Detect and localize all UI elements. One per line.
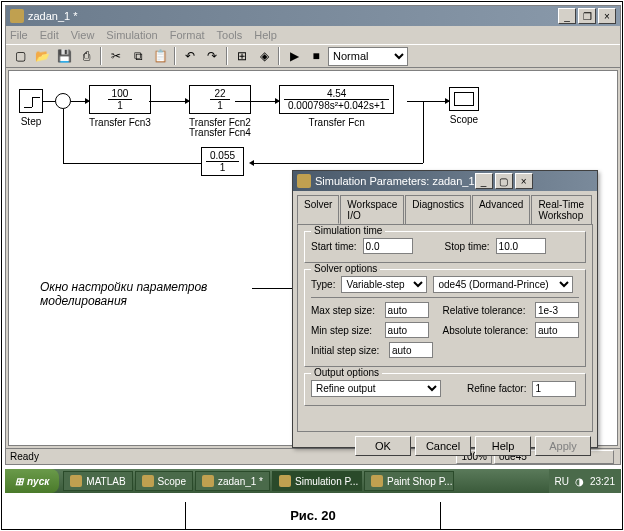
menu-view[interactable]: View	[71, 29, 95, 41]
max-step-label: Max step size:	[311, 305, 379, 316]
stop-icon[interactable]: ■	[306, 46, 326, 66]
task-matlab[interactable]: MATLAB	[63, 471, 132, 491]
menu-tools[interactable]: Tools	[217, 29, 243, 41]
signal-line	[149, 101, 189, 102]
open-icon[interactable]: 📂	[32, 46, 52, 66]
scope-block[interactable]: Scope	[449, 87, 479, 125]
clock[interactable]: 23:21	[590, 476, 615, 487]
status-ready: Ready	[10, 451, 39, 462]
cancel-button[interactable]: Cancel	[415, 436, 471, 456]
arrow-icon	[249, 160, 254, 166]
menu-format[interactable]: Format	[170, 29, 205, 41]
output-select[interactable]: Refine output	[311, 380, 441, 397]
redo-icon[interactable]: ↷	[202, 46, 222, 66]
dialog-minimize-button[interactable]: _	[475, 173, 493, 189]
sum-block[interactable]	[55, 93, 71, 109]
refine-field[interactable]	[532, 381, 576, 397]
ok-button[interactable]: OK	[355, 436, 411, 456]
transfer-fcn-block[interactable]: 4.540.000798s²+0.042s+1 Transfer Fcn	[279, 85, 394, 128]
init-step-label: Initial step size:	[311, 345, 383, 356]
start-time-field[interactable]	[363, 238, 413, 254]
annotation-text: Окно настройки параметров моделирования	[40, 280, 250, 308]
solver-panel: Simulation time Start time: Stop time: S…	[297, 224, 593, 432]
print-icon[interactable]: ⎙	[76, 46, 96, 66]
transfer-fcn3-block[interactable]: 1001 Transfer Fcn3	[89, 85, 151, 128]
dialog-title: Simulation Parameters: zadan_1	[315, 175, 475, 187]
save-icon[interactable]: 💾	[54, 46, 74, 66]
transfer-fcn2-block[interactable]: 221 Transfer Fcn2 Transfer Fcn4	[189, 85, 251, 138]
simulation-parameters-dialog: Simulation Parameters: zadan_1 _ ▢ × Sol…	[292, 170, 598, 448]
lang-indicator[interactable]: RU	[555, 476, 569, 487]
reltol-field[interactable]	[535, 302, 579, 318]
dialog-titlebar[interactable]: Simulation Parameters: zadan_1 _ ▢ ×	[293, 171, 597, 191]
system-tray[interactable]: RU ◑ 23:21	[549, 469, 621, 493]
menubar: File Edit View Simulation Format Tools H…	[6, 26, 620, 44]
menu-edit[interactable]: Edit	[40, 29, 59, 41]
output-options-group: Output options Refine output Refine fact…	[304, 373, 586, 406]
run-icon[interactable]: ▶	[284, 46, 304, 66]
signal-line	[43, 101, 55, 102]
tab-advanced[interactable]: Advanced	[472, 195, 530, 224]
undo-icon[interactable]: ↶	[180, 46, 200, 66]
min-step-field[interactable]	[385, 322, 429, 338]
start-button[interactable]: ⊞ пуск	[5, 469, 59, 493]
dialog-tabs: Solver Workspace I/O Diagnostics Advance…	[297, 195, 593, 224]
apply-button[interactable]: Apply	[535, 436, 591, 456]
tab-diagnostics[interactable]: Diagnostics	[405, 195, 471, 224]
arrow-icon	[85, 98, 90, 104]
new-icon[interactable]: ▢	[10, 46, 30, 66]
mode-select[interactable]: Normal	[328, 47, 408, 66]
app-icon	[202, 475, 214, 487]
dialog-icon	[297, 174, 311, 188]
close-button[interactable]: ×	[598, 8, 616, 24]
tray-icon[interactable]: ◑	[575, 476, 584, 487]
debug-icon[interactable]: ◈	[254, 46, 274, 66]
cut-icon[interactable]: ✂	[106, 46, 126, 66]
signal-line	[423, 101, 424, 163]
reltol-label: Relative tolerance:	[443, 305, 529, 316]
task-zadan[interactable]: zadan_1 *	[195, 471, 270, 491]
solver-options-group: Solver options Type: Variable-step ode45…	[304, 269, 586, 367]
step-label: Step	[19, 116, 43, 127]
tab-solver[interactable]: Solver	[297, 195, 339, 224]
signal-line	[235, 101, 279, 102]
toolbar: ▢ 📂 💾 ⎙ ✂ ⧉ 📋 ↶ ↷ ⊞ ◈ ▶ ■ Normal	[6, 44, 620, 68]
app-icon	[371, 475, 383, 487]
help-button[interactable]: Help	[475, 436, 531, 456]
restore-button[interactable]: ❐	[578, 8, 596, 24]
dialog-close-button[interactable]: ×	[515, 173, 533, 189]
figure-caption: Рис. 20	[2, 502, 624, 530]
arrow-icon	[275, 98, 280, 104]
minimize-button[interactable]: _	[558, 8, 576, 24]
app-icon	[70, 475, 82, 487]
task-paintshop[interactable]: Paint Shop P...	[364, 471, 454, 491]
paste-icon[interactable]: 📋	[150, 46, 170, 66]
menu-help[interactable]: Help	[254, 29, 277, 41]
task-scope[interactable]: Scope	[135, 471, 193, 491]
arrow-icon	[445, 98, 450, 104]
type-select[interactable]: Variable-step	[341, 276, 427, 293]
stop-time-field[interactable]	[496, 238, 546, 254]
menu-simulation[interactable]: Simulation	[106, 29, 157, 41]
dialog-maximize-button[interactable]: ▢	[495, 173, 513, 189]
task-simparams[interactable]: Simulation P...	[272, 471, 362, 491]
titlebar[interactable]: zadan_1 * _ ❐ ×	[6, 6, 620, 26]
arrow-icon	[185, 98, 190, 104]
app-icon	[10, 9, 24, 23]
copy-icon[interactable]: ⧉	[128, 46, 148, 66]
step-block[interactable]: Step	[19, 89, 43, 127]
abstol-label: Absolute tolerance:	[443, 325, 529, 336]
stop-time-label: Stop time:	[445, 241, 490, 252]
init-step-field[interactable]	[389, 342, 433, 358]
signal-line	[253, 163, 423, 164]
windows-logo-icon: ⊞	[15, 476, 23, 487]
tab-workspace-io[interactable]: Workspace I/O	[340, 195, 404, 224]
abstol-field[interactable]	[535, 322, 579, 338]
max-step-field[interactable]	[385, 302, 429, 318]
feedback-block[interactable]: 0.0551	[201, 147, 244, 176]
tab-rtw[interactable]: Real-Time Workshop	[531, 195, 592, 224]
menu-file[interactable]: File	[10, 29, 28, 41]
browser-icon[interactable]: ⊞	[232, 46, 252, 66]
app-icon	[142, 475, 154, 487]
solver-select[interactable]: ode45 (Dormand-Prince)	[433, 276, 573, 293]
